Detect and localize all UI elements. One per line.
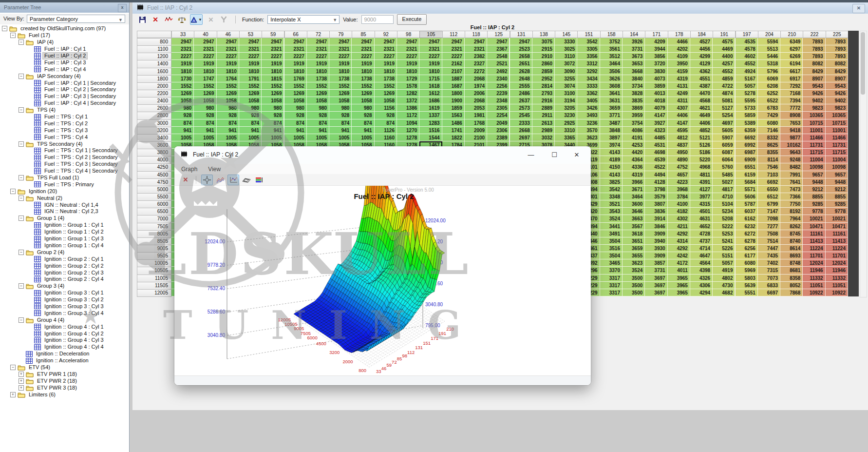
table-cell[interactable]: 6522 [758,97,780,104]
table-cell[interactable]: 11004 [803,156,825,163]
table-cell[interactable]: 3966 [623,178,645,186]
table-cell[interactable]: 1686 [419,97,442,104]
tree-item[interactable]: Ignition :: Group 3 : Cyl 2 [0,296,129,303]
table-cell[interactable]: 11051 [803,282,825,289]
table-cell[interactable]: 5253 [713,230,735,237]
table-cell[interactable]: 5551 [736,289,758,296]
table-cell[interactable]: 1005 [171,134,194,141]
tree-expander-icon[interactable]: − [19,283,24,289]
table-cell[interactable]: 5121 [690,134,713,141]
table-cell[interactable]: 4307 [668,104,690,112]
table-cell[interactable]: 4211 [668,223,690,230]
table-cell[interactable]: 4527 [690,38,713,45]
table-cell[interactable]: 1738 [352,75,374,82]
table-cell[interactable]: 1269 [217,90,239,97]
table-cell[interactable]: 6617 [780,68,803,75]
table-cell[interactable]: 3542 [577,38,600,45]
table-cell[interactable]: 1859 [442,104,465,112]
table-cell[interactable]: 1738 [329,75,352,82]
table-cell[interactable]: 4209 [645,38,667,45]
table-cell[interactable]: 4191 [623,134,645,141]
table-cell[interactable]: 3025 [555,45,577,53]
table-cell[interactable]: 1126 [375,127,397,134]
table-cell[interactable]: 7473 [780,186,803,193]
table-cell[interactable]: 4697 [713,119,735,127]
row-header[interactable]: 4500 [137,171,171,179]
table-cell[interactable]: 7964 [780,215,803,222]
table-cell[interactable]: 5222 [713,223,735,230]
tree-item[interactable]: Fuel :: TPS : Cyl 1 | Secondary [0,147,129,154]
tree-item[interactable]: Ignition :: Group 4 : Cyl 1 [0,323,129,330]
graph-window-titlebar[interactable]: Fuel :: IAP : Cyl 2 — ☐ ✕ [174,146,591,164]
table-cell[interactable]: 2227 [284,53,307,60]
table-cell[interactable]: 1810 [262,68,284,75]
table-cell[interactable]: 3504 [600,252,623,259]
table-cell[interactable]: 1810 [329,68,352,75]
table-cell[interactable]: 874 [262,119,284,127]
table-cell[interactable]: 980 [307,104,329,112]
table-cell[interactable]: 3506 [600,68,623,75]
table-cell[interactable]: 4682 [713,289,735,296]
table-cell[interactable]: 3909 [645,252,667,259]
table-cell[interactable]: 3840 [623,75,645,82]
table-cell[interactable]: 8614 [780,245,803,252]
table-cell[interactable]: 4714 [690,245,713,252]
column-header[interactable]: 210 [780,31,803,38]
table-cell[interactable]: 1715 [419,75,442,82]
table-cell[interactable]: 3830 [645,68,667,75]
table-cell[interactable]: 1337 [419,112,442,119]
table-cell[interactable]: 1552 [375,82,397,90]
table-cell[interactable]: 11715 [803,149,825,156]
table-cell[interactable]: 9212 [803,186,825,193]
table-cell[interactable]: 5571 [736,186,758,193]
table-cell[interactable]: 6833 [758,282,780,289]
table-cell[interactable]: 6177 [736,252,758,259]
tree-item[interactable]: Ignition :: Group 2 : Cyl 2 [0,262,129,269]
tree-expander-icon[interactable]: − [19,175,24,180]
table-cell[interactable]: 4242 [668,252,690,259]
tree-expander-icon[interactable]: − [10,189,16,194]
table-cell[interactable]: 7073 [758,275,780,282]
table-cell[interactable]: 3668 [623,68,645,75]
tree-item[interactable]: Fuel :: TPS : Cyl 4 | Secondary [0,168,129,175]
table-cell[interactable]: 8625 [758,141,780,149]
table-cell[interactable]: 6917 [780,75,803,82]
table-cell[interactable]: 2911 [532,112,555,119]
table-cell[interactable]: 9657 [803,171,825,178]
table-cell[interactable]: 2321 [397,45,419,53]
table-cell[interactable]: 4314 [668,237,690,245]
table-cell[interactable]: 874 [375,119,397,127]
tree-expander-icon[interactable]: − [19,250,24,255]
tree-item[interactable]: −Group 2 (4) [0,249,129,255]
tree-expander-icon[interactable]: − [19,74,24,79]
table-cell[interactable]: 4391 [690,178,713,186]
table-cell[interactable]: 3959 [623,112,645,119]
table-cell[interactable]: 928 [194,112,216,119]
table-cell[interactable]: 3230 [555,112,577,119]
table-cell[interactable]: 1764 [217,75,239,82]
table-cell[interactable]: 7893 [826,45,848,53]
table-cell[interactable]: 3807 [645,200,667,208]
table-cell[interactable]: 3567 [623,223,645,230]
table-cell[interactable]: 3944 [645,45,667,53]
table-cell[interactable]: 4302 [668,215,690,222]
table-cell[interactable]: 7103 [758,171,780,178]
row-header[interactable]: 9005 [137,245,171,253]
table-cell[interactable]: 1618 [419,82,442,90]
table-cell[interactable]: 2573 [510,104,532,112]
table-cell[interactable]: 941 [171,127,194,134]
table-cell[interactable]: 4073 [645,75,667,82]
table-cell[interactable]: 4257 [713,60,735,67]
tree-item[interactable]: −Group 3 (4) [0,283,129,290]
row-header[interactable]: 8505 [137,237,171,245]
table-cell[interactable]: 2947 [217,38,239,45]
table-cell[interactable]: 4127 [690,186,713,193]
table-cell[interactable]: 4578 [736,45,758,53]
table-cell[interactable]: 4406 [668,112,690,119]
table-cell[interactable]: 1800 [442,90,465,97]
column-header[interactable]: 98 [397,31,420,38]
delete-icon[interactable]: ✕ [151,15,160,24]
table-cell[interactable]: 2947 [239,38,262,45]
table-cell[interactable]: 9877 [780,134,803,141]
table-cell[interactable]: 8082 [826,60,848,67]
